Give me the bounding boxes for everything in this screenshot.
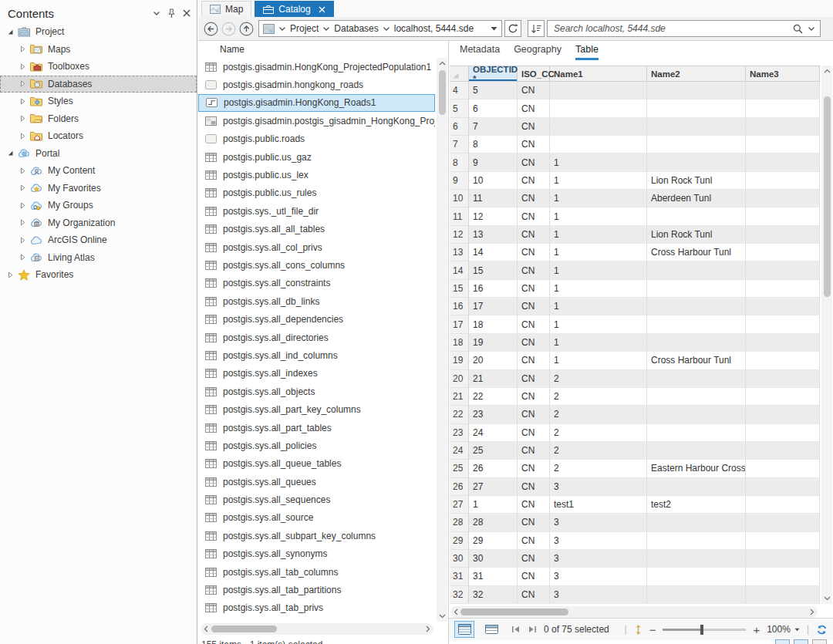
cell-objectid[interactable]: 5: [469, 82, 518, 99]
cell-name1[interactable]: 1: [550, 298, 647, 315]
up-button[interactable]: [238, 21, 254, 36]
row-number[interactable]: 21: [450, 388, 469, 406]
cell-name3[interactable]: [746, 406, 820, 423]
cell-objectid[interactable]: 16: [469, 280, 518, 298]
column-header-iso-cc[interactable]: ISO_CC: [518, 66, 550, 81]
cell-name1[interactable]: 1: [550, 153, 647, 171]
scroll-right-icon[interactable]: [810, 609, 814, 615]
search-options-chevron-icon[interactable]: [808, 26, 815, 32]
list-item-postgis-sys-all-all-tables[interactable]: postgis.sys.all_all_tables: [198, 221, 435, 238]
tree-item-favorites[interactable]: Favorites: [0, 266, 197, 284]
cell-name1[interactable]: 3: [550, 550, 647, 568]
cell-name2[interactable]: [647, 514, 746, 531]
cell-name2[interactable]: [647, 334, 746, 352]
cell-name3[interactable]: [746, 136, 820, 153]
cell-iso-cc[interactable]: CN: [518, 261, 550, 279]
cell-name1[interactable]: 3: [550, 586, 647, 604]
zoom-out-button[interactable]: −: [649, 624, 656, 636]
row-number[interactable]: 16: [450, 298, 469, 315]
column-header-name3[interactable]: Name3: [746, 66, 820, 81]
list-item-postgis-sys-all-db-links[interactable]: postgis.sys.all_db_links: [198, 292, 435, 310]
cell-objectid[interactable]: 13: [469, 226, 518, 244]
tree-item-maps[interactable]: Maps: [0, 41, 197, 59]
cell-iso-cc[interactable]: CN: [518, 136, 550, 153]
cell-objectid[interactable]: 8: [469, 136, 518, 153]
cell-name3[interactable]: [746, 153, 820, 171]
tree-item-my-favorites[interactable]: My Favorites: [0, 180, 197, 197]
cell-objectid[interactable]: 7: [469, 118, 518, 136]
cell-objectid[interactable]: 25: [469, 442, 518, 460]
tree-item-living-atlas[interactable]: Living Atlas: [0, 249, 197, 267]
cell-iso-cc[interactable]: CN: [518, 334, 550, 352]
row-number[interactable]: 13: [450, 244, 469, 261]
cell-iso-cc[interactable]: CN: [518, 207, 550, 225]
zoom-slider-knob[interactable]: [700, 625, 703, 635]
cell-iso-cc[interactable]: CN: [518, 532, 550, 550]
scroll-left-icon[interactable]: [454, 609, 458, 615]
cell-name3[interactable]: [746, 190, 820, 207]
dock-layout-icon[interactable]: [775, 639, 790, 644]
cell-objectid[interactable]: 26: [469, 460, 518, 477]
list-item-postgis-sys-all-policies[interactable]: postgis.sys.all_policies: [198, 437, 435, 454]
list-item-postgis-sys-all-part-tables[interactable]: postgis.sys.all_part_tables: [198, 419, 435, 437]
list-item-postgis-sys-all-tab-partitions[interactable]: postgis.sys.all_tab_partitions: [198, 581, 435, 598]
cell-name1[interactable]: 2: [550, 388, 647, 406]
pin-icon[interactable]: [167, 8, 176, 19]
pane-menu-chevron-icon[interactable]: [153, 11, 160, 16]
scroll-down-icon[interactable]: [437, 611, 447, 622]
tree-item-toolboxes[interactable]: Toolboxes: [0, 58, 197, 76]
cell-iso-cc[interactable]: CN: [518, 442, 550, 460]
cell-name3[interactable]: [746, 352, 820, 369]
cell-name2[interactable]: [647, 406, 746, 423]
cell-name3[interactable]: [746, 226, 820, 244]
cell-objectid[interactable]: 29: [469, 532, 518, 550]
row-number[interactable]: 18: [450, 334, 469, 352]
scroll-right-icon[interactable]: [426, 625, 430, 632]
cell-objectid[interactable]: 1: [469, 496, 518, 514]
cell-objectid[interactable]: 23: [469, 406, 518, 423]
breadcrumb-project[interactable]: Project: [290, 23, 319, 34]
detail-tab-table[interactable]: Table: [575, 44, 599, 60]
cell-name2[interactable]: Aberdeen Tunl: [647, 190, 746, 207]
cell-name1[interactable]: 1: [550, 190, 647, 207]
select-all-corner[interactable]: [450, 66, 469, 81]
first-record-icon[interactable]: [511, 625, 521, 633]
dock-layout-icon[interactable]: [794, 639, 808, 644]
cell-iso-cc[interactable]: CN: [518, 406, 550, 423]
back-button[interactable]: [203, 21, 218, 36]
list-item-item[interactable]: [198, 617, 435, 622]
list-item-postgis-sys-all-source[interactable]: postgis.sys.all_source: [198, 509, 435, 527]
close-tab-icon[interactable]: [319, 6, 325, 13]
row-number[interactable]: 12: [450, 226, 469, 244]
cell-iso-cc[interactable]: CN: [518, 226, 550, 244]
refresh-table-icon[interactable]: [816, 624, 828, 636]
cell-iso-cc[interactable]: CN: [518, 315, 550, 333]
table-view-button[interactable]: [454, 621, 474, 638]
cell-name2[interactable]: Cross Harbour Tunl: [647, 352, 746, 369]
cell-name2[interactable]: [647, 315, 746, 333]
cell-name1[interactable]: 2: [550, 460, 647, 477]
list-item-postgis-gisadmin-postgis-gisadmin-hongkong-proje[interactable]: postgis.gisadmin.postgis_gisadmin_HongKo…: [198, 112, 435, 130]
cell-iso-cc[interactable]: CN: [518, 280, 550, 298]
dock-layout-icon[interactable]: [812, 639, 827, 644]
tree-item-styles[interactable]: Styles: [0, 93, 197, 110]
cell-name2[interactable]: Cross Harbour Tunl: [647, 244, 746, 261]
table-horizontal-scrollbar[interactable]: [450, 606, 818, 618]
list-item-postgis-sys-all-queue-tables[interactable]: postgis.sys.all_queue_tables: [198, 455, 435, 473]
list-horizontal-scrollbar[interactable]: [201, 623, 433, 635]
row-number[interactable]: 17: [450, 315, 469, 333]
cell-iso-cc[interactable]: CN: [518, 153, 550, 171]
breadcrumb[interactable]: Project Databases localhost, 5444.sde: [258, 20, 502, 37]
forward-button[interactable]: [221, 21, 236, 36]
tree-item-my-content[interactable]: My Content: [0, 162, 197, 180]
cell-objectid[interactable]: 9: [469, 153, 518, 171]
cell-name1[interactable]: 3: [550, 514, 647, 531]
list-item-postgis-gisadmin-hongkong-roads1[interactable]: postgis.gisadmin.HongKong_Roads1: [198, 94, 435, 112]
cell-objectid[interactable]: 20: [469, 352, 518, 369]
tree-item-databases[interactable]: Databases: [0, 76, 197, 93]
row-number[interactable]: 19: [450, 352, 469, 369]
scroll-down-icon[interactable]: [821, 593, 832, 604]
close-icon[interactable]: [183, 9, 191, 17]
row-number[interactable]: 4: [450, 82, 469, 99]
list-item-postgis-sys-all-subpart-key-columns[interactable]: postgis.sys.all_subpart_key_columns: [198, 527, 435, 545]
